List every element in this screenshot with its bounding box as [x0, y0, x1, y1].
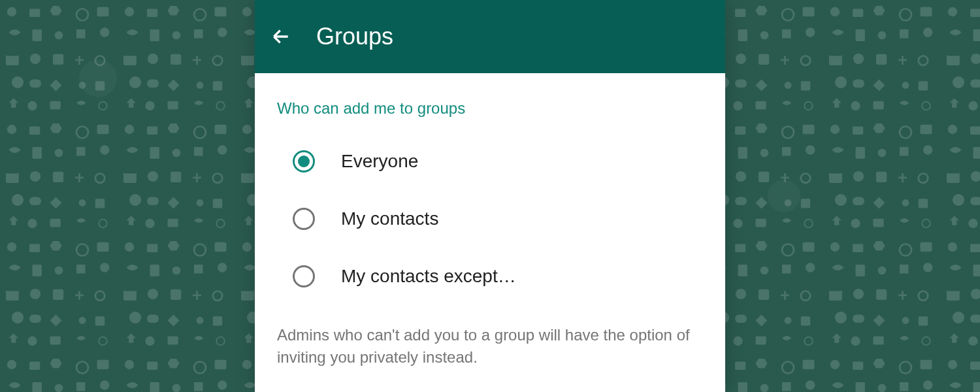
radio-icon [293, 208, 315, 230]
section-heading: Who can add me to groups [277, 99, 703, 118]
back-button[interactable] [270, 26, 291, 47]
radio-inner-dot [298, 155, 310, 167]
settings-screen: Groups Who can add me to groups Everyone… [255, 0, 725, 392]
arrow-left-icon [270, 26, 291, 47]
option-my-contacts-except[interactable]: My contacts except… [293, 265, 703, 287]
help-description: Admins who can't add you to a group will… [277, 324, 703, 368]
radio-label: My contacts [341, 208, 438, 229]
settings-content: Who can add me to groups Everyone My con… [255, 73, 725, 392]
radio-icon [293, 265, 315, 287]
radio-label: Everyone [341, 151, 418, 172]
privacy-radio-group: Everyone My contacts My contacts except… [277, 150, 703, 287]
page-title: Groups [316, 23, 393, 50]
radio-label: My contacts except… [341, 266, 516, 287]
option-everyone[interactable]: Everyone [293, 150, 703, 172]
option-my-contacts[interactable]: My contacts [293, 208, 703, 230]
app-header: Groups [255, 0, 725, 73]
radio-icon [293, 150, 315, 172]
